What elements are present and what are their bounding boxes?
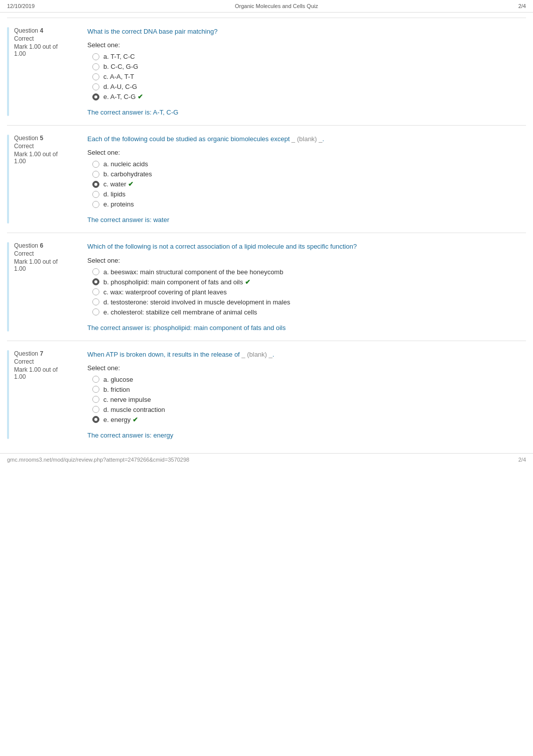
radio-6a[interactable] xyxy=(92,268,99,275)
option-6e[interactable]: e. cholesterol: stabilize cell membrane … xyxy=(92,308,526,316)
option-label-7e: e. energy ✔ xyxy=(103,416,138,423)
select-one-label-5: Select one: xyxy=(87,149,526,156)
option-4b[interactable]: b. C-C, G-G xyxy=(92,63,526,70)
q-mark-5: Mark 1.00 out of1.00 xyxy=(14,151,77,165)
select-one-label-6: Select one: xyxy=(87,257,526,264)
question-meta-6: Question 6 Correct Mark 1.00 out of1.00 xyxy=(14,242,84,331)
question-text-4: What is the correct DNA base pair matchi… xyxy=(87,27,526,36)
option-5c[interactable]: c. water ✔ xyxy=(92,180,526,188)
question-text-6: Which of the following is not a correct … xyxy=(87,242,526,251)
correct-answer-4: The correct answer is: A-T, C-G xyxy=(87,109,526,116)
option-6c[interactable]: c. wax: waterproof covering of plant lea… xyxy=(92,288,526,296)
question-body-5: Each of the following could be studied a… xyxy=(84,135,526,224)
page-number: 2/4 xyxy=(518,3,526,9)
q-status-4: Correct xyxy=(14,35,77,42)
radio-7d[interactable] xyxy=(92,406,99,413)
option-label-4a: a. T-T, C-C xyxy=(103,53,135,60)
option-label-4b: b. C-C, G-G xyxy=(103,63,138,70)
radio-5c[interactable] xyxy=(92,181,99,188)
radio-4b[interactable] xyxy=(92,63,99,70)
option-label-6b: b. phospholipid: main component of fats … xyxy=(103,278,250,286)
radio-7c[interactable] xyxy=(92,396,99,403)
q-status-6: Correct xyxy=(14,250,77,257)
option-4c[interactable]: c. A-A, T-T xyxy=(92,73,526,80)
option-4e[interactable]: e. A-T, C-G ✔ xyxy=(92,93,526,100)
question-block-4: Question 4 Correct Mark 1.00 out of1.00 … xyxy=(7,18,526,125)
left-accent-5 xyxy=(7,135,9,224)
question-body-6: Which of the following is not a correct … xyxy=(84,242,526,331)
q-label-6: Question 6 xyxy=(14,242,77,249)
option-label-5c: c. water ✔ xyxy=(103,180,134,188)
option-7b[interactable]: b. friction xyxy=(92,386,526,393)
radio-6c[interactable] xyxy=(92,288,99,295)
option-label-7c: c. nerve impulse xyxy=(103,396,151,403)
q-status-5: Correct xyxy=(14,143,77,150)
select-one-label-4: Select one: xyxy=(87,41,526,49)
option-7c[interactable]: c. nerve impulse xyxy=(92,396,526,403)
option-5e[interactable]: e. proteins xyxy=(92,200,526,208)
radio-5e[interactable] xyxy=(92,201,99,208)
blank-7: _ (blank) _ xyxy=(241,351,272,358)
q-number-6: 6 xyxy=(40,242,43,249)
option-label-6c: c. wax: waterproof covering of plant lea… xyxy=(103,288,227,296)
question-body-7: When ATP is broken down, it results in t… xyxy=(84,350,526,439)
option-6b[interactable]: b. phospholipid: main component of fats … xyxy=(92,278,526,286)
page-title: Organic Molecules and Cells Quiz xyxy=(235,3,318,9)
options-list-5: a. nucleic acids b. carbohydrates c. wat… xyxy=(92,160,526,208)
footer-bar: gmc.mrooms3.net/mod/quiz/review.php?atte… xyxy=(0,453,533,466)
option-6d[interactable]: d. testosterone: steroid involved in mus… xyxy=(92,298,526,306)
options-list-7: a. glucose b. friction c. nerve impulse … xyxy=(92,376,526,423)
option-label-5b: b. carbohydrates xyxy=(103,170,152,178)
radio-4c[interactable] xyxy=(92,73,99,80)
option-label-6d: d. testosterone: steroid involved in mus… xyxy=(103,298,290,306)
q-label-5: Question 5 xyxy=(14,135,77,142)
option-4a[interactable]: a. T-T, C-C xyxy=(92,53,526,60)
blank-5: _ (blank) _ xyxy=(292,135,322,143)
checkmark-6b: ✔ xyxy=(245,278,250,286)
radio-5d[interactable] xyxy=(92,191,99,198)
radio-5a[interactable] xyxy=(92,161,99,168)
option-6a[interactable]: a. beeswax: main structural component of… xyxy=(92,268,526,276)
top-bar: 12/10/2019 Organic Molecules and Cells Q… xyxy=(0,0,533,13)
correct-answer-5: The correct answer is: water xyxy=(87,216,526,224)
left-accent-7 xyxy=(7,350,9,439)
option-5d[interactable]: d. lipids xyxy=(92,190,526,198)
question-block-6: Question 6 Correct Mark 1.00 out of1.00 … xyxy=(7,233,526,340)
q-label-7: Question 7 xyxy=(14,350,77,357)
option-5a[interactable]: a. nucleic acids xyxy=(92,160,526,168)
question-body-4: What is the correct DNA base pair matchi… xyxy=(84,27,526,116)
option-5b[interactable]: b. carbohydrates xyxy=(92,170,526,178)
option-4d[interactable]: d. A-U, C-G xyxy=(92,83,526,90)
q-label-4: Question 4 xyxy=(14,27,77,34)
left-accent-4 xyxy=(7,27,9,116)
option-7d[interactable]: d. muscle contraction xyxy=(92,406,526,413)
radio-4e[interactable] xyxy=(92,93,99,100)
radio-6e[interactable] xyxy=(92,308,99,315)
radio-7a[interactable] xyxy=(92,376,99,383)
option-label-7d: d. muscle contraction xyxy=(103,406,165,413)
options-list-6: a. beeswax: main structural component of… xyxy=(92,268,526,316)
checkmark-4e: ✔ xyxy=(138,93,143,100)
correct-answer-7: The correct answer is: energy xyxy=(87,431,526,439)
checkmark-7e: ✔ xyxy=(132,416,138,423)
q-number-7: 7 xyxy=(40,350,43,357)
q-mark-6: Mark 1.00 out of1.00 xyxy=(14,258,77,272)
question-block-5: Question 5 Correct Mark 1.00 out of1.00 … xyxy=(7,125,526,233)
radio-4a[interactable] xyxy=(92,53,99,60)
footer-url: gmc.mrooms3.net/mod/quiz/review.php?atte… xyxy=(7,457,189,463)
option-7e[interactable]: e. energy ✔ xyxy=(92,416,526,423)
option-label-4c: c. A-A, T-T xyxy=(103,73,134,80)
left-accent-6 xyxy=(7,242,9,331)
radio-4d[interactable] xyxy=(92,83,99,90)
radio-5b[interactable] xyxy=(92,171,99,178)
radio-7b[interactable] xyxy=(92,386,99,393)
option-label-5d: d. lipids xyxy=(103,190,125,198)
radio-6d[interactable] xyxy=(92,298,99,305)
option-7a[interactable]: a. glucose xyxy=(92,376,526,383)
question-meta-4: Question 4 Correct Mark 1.00 out of1.00 xyxy=(14,27,84,116)
option-label-4e: e. A-T, C-G ✔ xyxy=(103,93,143,100)
q-number-4: 4 xyxy=(40,27,43,34)
radio-6b[interactable] xyxy=(92,278,99,285)
options-list-4: a. T-T, C-C b. C-C, G-G c. A-A, T-T d. A… xyxy=(92,53,526,100)
radio-7e[interactable] xyxy=(92,416,99,423)
